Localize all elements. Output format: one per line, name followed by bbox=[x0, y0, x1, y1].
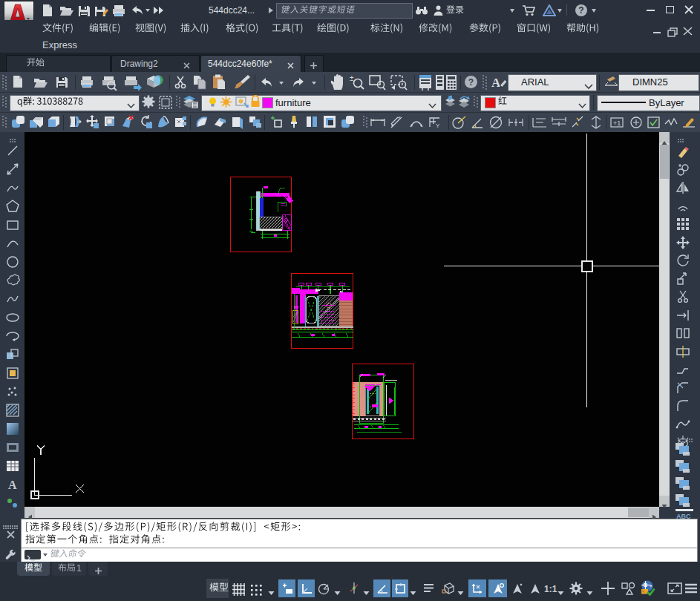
svg-text:A: A bbox=[8, 479, 17, 491]
svg-text:A: A bbox=[491, 76, 501, 90]
svg-text:?: ? bbox=[468, 77, 474, 88]
svg-text:Y: Y bbox=[436, 122, 440, 129]
svg-text:±: ± bbox=[350, 74, 354, 82]
svg-text:+1: +1 bbox=[613, 119, 621, 127]
svg-text:?: ? bbox=[578, 5, 583, 16]
